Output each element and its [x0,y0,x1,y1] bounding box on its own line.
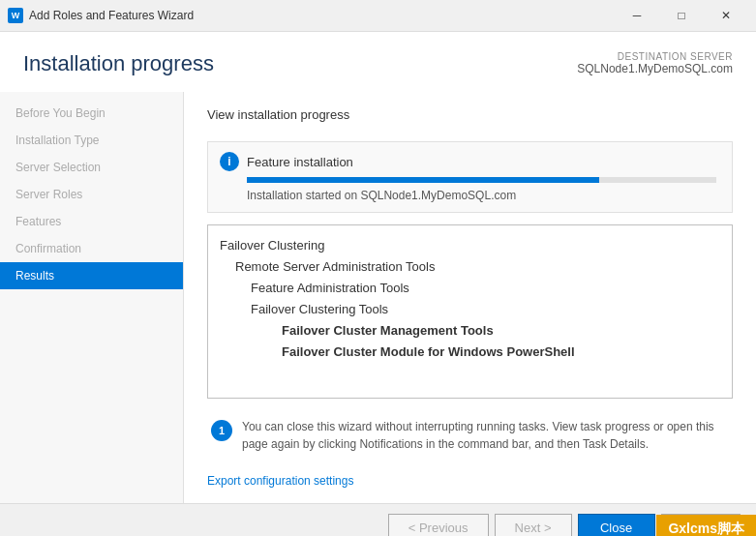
sidebar-item-before-you-begin[interactable]: Before You Begin [0,100,183,127]
close-button[interactable]: ✕ [704,0,748,32]
feature-item: Feature Administration Tools [220,278,720,299]
wizard-header: Installation progress DESTINATION SERVER… [0,32,756,92]
note-box: 1 You can close this wizard without inte… [207,410,733,461]
sidebar-item-results[interactable]: Results [0,262,183,289]
wizard-window: Installation progress DESTINATION SERVER… [0,32,756,536]
section-label: View installation progress [207,107,733,122]
sidebar: Before You Begin Installation Type Serve… [0,92,184,503]
app-icon: W [8,8,23,23]
destination-server: DESTINATION SERVER SQLNode1.MyDemoSQL.co… [577,51,733,75]
install-status-header: i Feature installation [220,152,720,171]
previous-button[interactable]: < Previous [388,514,489,536]
sidebar-item-installation-type[interactable]: Installation Type [0,127,183,154]
progress-bar-container [247,177,716,183]
feature-item: Failover Cluster Management Tools [220,320,720,342]
sidebar-item-server-selection[interactable]: Server Selection [0,154,183,181]
content-area: View installation progress i Feature ins… [184,92,756,503]
feature-item: Failover Clustering Tools [220,299,720,320]
window-controls: ─ □ ✕ [615,0,748,32]
note-text: You can close this wizard without interr… [242,418,729,453]
cancel-button[interactable]: Cancel [661,514,741,536]
minimize-button[interactable]: ─ [615,0,659,32]
install-started-text: Installation started on SQLNode1.MyDemoS… [247,189,720,202]
sidebar-item-confirmation[interactable]: Confirmation [0,235,183,262]
sidebar-item-features[interactable]: Features [0,208,183,235]
page-title: Installation progress [23,51,214,76]
titlebar-title: Add Roles and Features Wizard [29,9,615,22]
feature-item: Failover Clustering [220,235,720,256]
install-status-title: Feature installation [247,155,353,169]
feature-item: Remote Server Administration Tools [220,256,720,278]
progress-bar-fill [247,177,599,183]
export-link[interactable]: Export configuration settings [207,474,733,488]
next-button[interactable]: Next > [495,514,572,536]
install-status-box: i Feature installation Installation star… [207,141,733,213]
wizard-body: Before You Begin Installation Type Serve… [0,92,756,503]
features-list-box: Failover Clustering Remote Server Admini… [207,224,733,399]
info-icon: i [220,152,239,171]
titlebar: W Add Roles and Features Wizard ─ □ ✕ [0,0,756,32]
maximize-button[interactable]: □ [659,0,704,32]
server-name: SQLNode1.MyDemoSQL.com [577,62,733,75]
destination-label: DESTINATION SERVER [577,51,733,62]
note-icon: 1 [211,420,232,441]
sidebar-item-server-roles[interactable]: Server Roles [0,181,183,208]
close-button[interactable]: Close [578,514,655,536]
wizard-footer: < Previous Next > Close Cancel [0,503,756,536]
feature-item: Failover Cluster Module for Windows Powe… [220,342,720,363]
